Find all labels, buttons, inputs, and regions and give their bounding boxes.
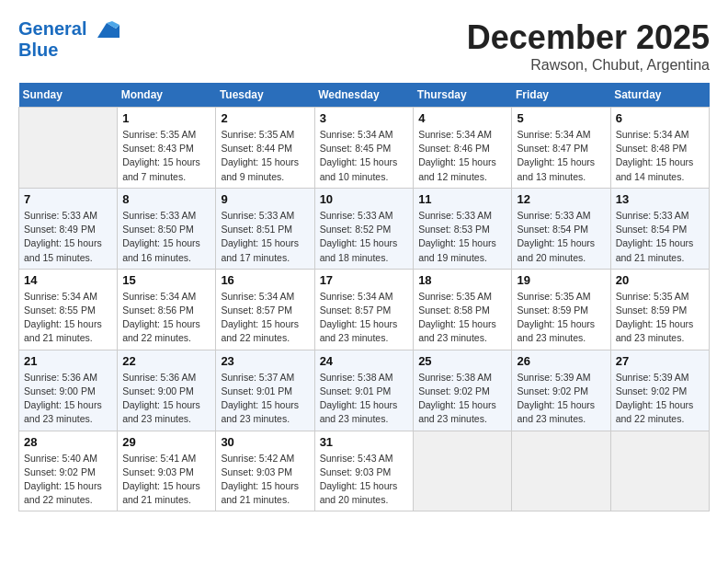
day-number: 15	[122, 273, 210, 287]
day-cell: 7Sunrise: 5:33 AMSunset: 8:49 PMDaylight…	[19, 188, 118, 269]
week-row-0: 1Sunrise: 5:35 AMSunset: 8:43 PMDaylight…	[19, 108, 710, 189]
day-cell: 2Sunrise: 5:35 AMSunset: 8:44 PMDaylight…	[216, 108, 314, 189]
day-number: 31	[320, 435, 409, 449]
day-info: Sunrise: 5:33 AMSunset: 8:51 PMDaylight:…	[221, 209, 309, 265]
day-info: Sunrise: 5:36 AMSunset: 9:00 PMDaylight:…	[24, 371, 112, 427]
day-info: Sunrise: 5:34 AMSunset: 8:46 PMDaylight:…	[418, 128, 506, 184]
day-number: 6	[616, 111, 704, 125]
day-info: Sunrise: 5:35 AMSunset: 8:59 PMDaylight:…	[517, 290, 605, 346]
day-info: Sunrise: 5:35 AMSunset: 8:59 PMDaylight:…	[616, 290, 704, 346]
day-cell: 10Sunrise: 5:33 AMSunset: 8:52 PMDayligh…	[314, 188, 414, 269]
day-info: Sunrise: 5:38 AMSunset: 9:01 PMDaylight:…	[320, 371, 409, 427]
header-saturday: Saturday	[610, 83, 709, 108]
day-number: 3	[320, 111, 409, 125]
day-number: 20	[616, 273, 704, 287]
week-row-2: 14Sunrise: 5:34 AMSunset: 8:55 PMDayligh…	[19, 269, 710, 350]
day-number: 1	[122, 111, 210, 125]
day-info: Sunrise: 5:35 AMSunset: 8:44 PMDaylight:…	[221, 128, 309, 184]
day-info: Sunrise: 5:41 AMSunset: 9:03 PMDaylight:…	[122, 452, 210, 508]
calendar-table: SundayMondayTuesdayWednesdayThursdayFrid…	[18, 83, 710, 511]
day-cell: 29Sunrise: 5:41 AMSunset: 9:03 PMDayligh…	[118, 431, 216, 511]
header-monday: Monday	[118, 83, 216, 108]
location-subtitle: Rawson, Chubut, Argentina	[467, 57, 710, 74]
day-cell: 31Sunrise: 5:43 AMSunset: 9:03 PMDayligh…	[314, 431, 414, 511]
logo-general: General	[18, 18, 86, 39]
header-thursday: Thursday	[414, 83, 512, 108]
day-number: 28	[24, 435, 112, 449]
header-friday: Friday	[512, 83, 610, 108]
day-number: 25	[418, 354, 506, 368]
day-number: 8	[122, 192, 210, 206]
day-number: 17	[320, 273, 409, 287]
day-info: Sunrise: 5:39 AMSunset: 9:02 PMDaylight:…	[517, 371, 605, 427]
day-cell: 20Sunrise: 5:35 AMSunset: 8:59 PMDayligh…	[610, 269, 709, 350]
title-block: December 2025 Rawson, Chubut, Argentina	[467, 18, 710, 74]
day-cell: 12Sunrise: 5:33 AMSunset: 8:54 PMDayligh…	[512, 188, 610, 269]
day-info: Sunrise: 5:40 AMSunset: 9:02 PMDaylight:…	[24, 452, 112, 508]
day-number: 19	[517, 273, 605, 287]
day-cell	[512, 431, 610, 511]
day-cell: 17Sunrise: 5:34 AMSunset: 8:57 PMDayligh…	[314, 269, 414, 350]
day-number: 9	[221, 192, 309, 206]
day-number: 26	[517, 354, 605, 368]
day-cell: 18Sunrise: 5:35 AMSunset: 8:58 PMDayligh…	[414, 269, 512, 350]
logo-icon	[94, 21, 119, 40]
day-cell	[19, 108, 118, 189]
day-number: 10	[320, 192, 409, 206]
day-number: 4	[418, 111, 506, 125]
logo-blue: Blue	[18, 40, 119, 60]
header-wednesday: Wednesday	[314, 83, 414, 108]
day-info: Sunrise: 5:33 AMSunset: 8:54 PMDaylight:…	[616, 209, 704, 265]
day-cell: 9Sunrise: 5:33 AMSunset: 8:51 PMDaylight…	[216, 188, 314, 269]
day-info: Sunrise: 5:36 AMSunset: 9:00 PMDaylight:…	[122, 371, 210, 427]
day-info: Sunrise: 5:34 AMSunset: 8:48 PMDaylight:…	[616, 128, 704, 184]
day-cell: 6Sunrise: 5:34 AMSunset: 8:48 PMDaylight…	[610, 108, 709, 189]
day-cell: 1Sunrise: 5:35 AMSunset: 8:43 PMDaylight…	[118, 108, 216, 189]
month-title: December 2025	[467, 18, 710, 57]
day-cell: 22Sunrise: 5:36 AMSunset: 9:00 PMDayligh…	[118, 350, 216, 431]
day-cell: 19Sunrise: 5:35 AMSunset: 8:59 PMDayligh…	[512, 269, 610, 350]
day-cell: 13Sunrise: 5:33 AMSunset: 8:54 PMDayligh…	[610, 188, 709, 269]
page-header: General Blue December 2025 Rawson, Chubu…	[18, 18, 710, 74]
logo: General Blue	[18, 18, 119, 60]
day-info: Sunrise: 5:34 AMSunset: 8:55 PMDaylight:…	[24, 290, 112, 346]
day-info: Sunrise: 5:34 AMSunset: 8:57 PMDaylight:…	[320, 290, 409, 346]
day-number: 13	[616, 192, 704, 206]
day-number: 27	[616, 354, 704, 368]
calendar-header-row: SundayMondayTuesdayWednesdayThursdayFrid…	[19, 83, 710, 108]
day-cell: 15Sunrise: 5:34 AMSunset: 8:56 PMDayligh…	[118, 269, 216, 350]
day-number: 30	[221, 435, 309, 449]
day-info: Sunrise: 5:37 AMSunset: 9:01 PMDaylight:…	[221, 371, 309, 427]
day-cell: 16Sunrise: 5:34 AMSunset: 8:57 PMDayligh…	[216, 269, 314, 350]
day-cell: 25Sunrise: 5:38 AMSunset: 9:02 PMDayligh…	[414, 350, 512, 431]
day-cell: 23Sunrise: 5:37 AMSunset: 9:01 PMDayligh…	[216, 350, 314, 431]
day-cell: 8Sunrise: 5:33 AMSunset: 8:50 PMDaylight…	[118, 188, 216, 269]
day-info: Sunrise: 5:33 AMSunset: 8:52 PMDaylight:…	[320, 209, 409, 265]
day-cell: 4Sunrise: 5:34 AMSunset: 8:46 PMDaylight…	[414, 108, 512, 189]
day-info: Sunrise: 5:39 AMSunset: 9:02 PMDaylight:…	[616, 371, 704, 427]
day-info: Sunrise: 5:34 AMSunset: 8:45 PMDaylight:…	[320, 128, 409, 184]
day-number: 16	[221, 273, 309, 287]
day-cell: 21Sunrise: 5:36 AMSunset: 9:00 PMDayligh…	[19, 350, 118, 431]
day-cell	[610, 431, 709, 511]
day-info: Sunrise: 5:33 AMSunset: 8:50 PMDaylight:…	[122, 209, 210, 265]
day-cell: 11Sunrise: 5:33 AMSunset: 8:53 PMDayligh…	[414, 188, 512, 269]
day-number: 2	[221, 111, 309, 125]
header-tuesday: Tuesday	[216, 83, 314, 108]
day-number: 21	[24, 354, 112, 368]
day-number: 29	[122, 435, 210, 449]
day-info: Sunrise: 5:33 AMSunset: 8:54 PMDaylight:…	[517, 209, 605, 265]
day-cell: 14Sunrise: 5:34 AMSunset: 8:55 PMDayligh…	[19, 269, 118, 350]
day-info: Sunrise: 5:35 AMSunset: 8:58 PMDaylight:…	[418, 290, 506, 346]
week-row-3: 21Sunrise: 5:36 AMSunset: 9:00 PMDayligh…	[19, 350, 710, 431]
week-row-1: 7Sunrise: 5:33 AMSunset: 8:49 PMDaylight…	[19, 188, 710, 269]
day-number: 23	[221, 354, 309, 368]
day-number: 24	[320, 354, 409, 368]
day-info: Sunrise: 5:33 AMSunset: 8:53 PMDaylight:…	[418, 209, 506, 265]
day-info: Sunrise: 5:34 AMSunset: 8:47 PMDaylight:…	[517, 128, 605, 184]
week-row-4: 28Sunrise: 5:40 AMSunset: 9:02 PMDayligh…	[19, 431, 710, 511]
day-cell	[414, 431, 512, 511]
day-cell: 3Sunrise: 5:34 AMSunset: 8:45 PMDaylight…	[314, 108, 414, 189]
day-number: 18	[418, 273, 506, 287]
day-number: 22	[122, 354, 210, 368]
